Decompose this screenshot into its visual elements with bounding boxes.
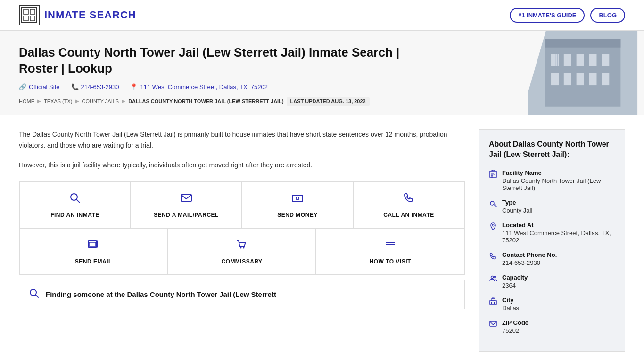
contact-info: 🔗 Official Site 📞 214-653-2930 📍 111 Wes…	[19, 83, 625, 90]
svg-rect-0	[22, 8, 37, 23]
location-value: 111 West Commerce Street, Dallas, TX, 75…	[502, 230, 615, 244]
key-icon	[489, 199, 497, 210]
last-updated-badge: LAST UPDATED AUG. 13, 2022	[287, 97, 370, 106]
svg-rect-51	[490, 301, 496, 304]
breadcrumb-sep-3: ▶	[122, 99, 125, 104]
sidebar-zip: ZIP Code 75202	[489, 319, 615, 334]
actions-top-row: FIND AN INMATE SEND A MAIL/PARCEL	[19, 181, 465, 229]
svg-point-32	[240, 247, 241, 248]
svg-rect-1	[24, 9, 28, 14]
official-site-link[interactable]: 🔗 Official Site	[19, 83, 60, 90]
svg-rect-7	[545, 39, 621, 48]
city-icon	[489, 297, 497, 308]
site-title: INMATE SEARCH	[44, 9, 136, 21]
description-para-2: However, this is a jail facility where t…	[19, 160, 465, 171]
send-money-icon	[291, 192, 304, 207]
send-email-icon	[87, 239, 99, 254]
svg-rect-52	[491, 299, 495, 301]
how-to-visit-label: HOW TO VISIT	[369, 258, 411, 265]
facility-name-label: Facility Name	[502, 169, 615, 176]
action-send-mail[interactable]: SEND A MAIL/PARCEL	[131, 182, 242, 228]
capacity-value: 2364	[502, 282, 528, 289]
action-find-inmate[interactable]: FIND AN INMATE	[19, 182, 131, 228]
breadcrumb-county[interactable]: COUNTY JAILS	[82, 99, 119, 104]
send-mail-label: SEND A MAIL/PARCEL	[154, 212, 219, 218]
svg-rect-54	[491, 302, 492, 304]
send-money-label: SEND MONEY	[277, 212, 318, 218]
breadcrumb-sep-2: ▶	[75, 99, 79, 104]
breadcrumb: HOME ▶ TEXAS (TX) ▶ COUNTY JAILS ▶ DALLA…	[19, 97, 625, 106]
page-hero: Dallas County North Tower Jail (Lew Ster…	[0, 31, 644, 115]
svg-line-22	[77, 199, 80, 203]
svg-rect-41	[494, 173, 495, 174]
find-section-text: Finding someone at the Dallas County Nor…	[46, 290, 276, 298]
commissary-label: COMMISSARY	[221, 258, 262, 265]
svg-rect-40	[491, 173, 493, 174]
main-content: The Dallas County North Tower Jail (Lew …	[0, 115, 644, 362]
phone-info: 📞 214-653-2930	[71, 83, 119, 90]
sidebar-phone: Contact Phone No. 214-653-2930	[489, 251, 615, 266]
zip-value: 75202	[502, 327, 528, 334]
description-para-1: The Dallas County North Tower Jail (Lew …	[19, 129, 465, 152]
action-send-money[interactable]: SEND MONEY	[242, 182, 353, 228]
find-section-icon	[29, 288, 39, 301]
guide-button[interactable]: #1 INMATE'S GUIDE	[510, 8, 585, 23]
page-title: Dallas County North Tower Jail (Lew Ster…	[19, 45, 424, 77]
sidebar-location: Located At 111 West Commerce Street, Dal…	[489, 222, 615, 244]
action-send-email[interactable]: SEND EMAIL	[19, 229, 168, 275]
actions-bottom-row: SEND EMAIL COMMISSARY	[19, 229, 465, 275]
phone-icon: 📞	[71, 83, 79, 90]
svg-rect-9	[564, 54, 571, 66]
svg-rect-24	[292, 195, 303, 202]
send-mail-icon	[180, 192, 192, 207]
svg-point-49	[491, 276, 494, 279]
capacity-label: Capacity	[502, 274, 528, 281]
phone-sidebar-icon	[489, 252, 497, 263]
breadcrumb-sep-1: ▶	[37, 99, 41, 104]
svg-rect-4	[30, 16, 35, 21]
blog-button[interactable]: BLOG	[590, 8, 625, 23]
mail-sidebar-icon	[489, 320, 497, 330]
zip-label: ZIP Code	[502, 319, 528, 326]
type-value: County Jail	[502, 207, 532, 214]
phone-value: 214-653-2930	[502, 259, 557, 266]
svg-rect-12	[602, 54, 609, 66]
find-inmate-label: FIND AN INMATE	[50, 212, 99, 218]
location-label: Located At	[502, 222, 615, 229]
commissary-icon	[236, 239, 248, 254]
phone-label: Contact Phone No.	[502, 251, 557, 258]
svg-point-25	[296, 197, 299, 200]
svg-rect-10	[577, 54, 584, 66]
right-sidebar: About Dallas County North Tower Jail (Le…	[479, 129, 625, 352]
svg-rect-11	[589, 54, 596, 66]
svg-rect-2	[30, 9, 35, 14]
location-icon: 📍	[130, 83, 138, 90]
link-icon: 🔗	[19, 83, 26, 90]
breadcrumb-home[interactable]: HOME	[19, 99, 34, 104]
svg-line-47	[495, 205, 496, 206]
sidebar-capacity: Capacity 2364	[489, 274, 615, 289]
action-commissary[interactable]: COMMISSARY	[168, 229, 316, 275]
svg-point-50	[494, 276, 496, 278]
svg-line-38	[36, 295, 39, 297]
sidebar-city: City Dallas	[489, 296, 615, 312]
sidebar-title: About Dallas County North Tower Jail (Le…	[489, 139, 615, 160]
sidebar-facility-name: Facility Name Dallas County North Tower …	[489, 169, 615, 191]
logo-icon	[19, 5, 40, 25]
sidebar-type: Type County Jail	[489, 199, 615, 214]
action-how-to-visit[interactable]: HOW TO VISIT	[316, 229, 464, 275]
breadcrumb-state[interactable]: TEXAS (TX)	[44, 99, 73, 104]
header-nav: #1 INMATE'S GUIDE BLOG	[510, 8, 625, 23]
call-inmate-icon	[403, 192, 415, 207]
type-label: Type	[502, 199, 532, 206]
find-inmate-icon	[69, 192, 81, 207]
building-icon	[489, 170, 497, 181]
svg-rect-3	[24, 16, 28, 21]
find-section[interactable]: Finding someone at the Dallas County Nor…	[19, 280, 465, 309]
city-label: City	[502, 296, 519, 304]
action-call-inmate[interactable]: CALL AN INMATE	[353, 182, 464, 228]
send-email-label: SEND EMAIL	[75, 258, 112, 265]
how-to-visit-icon	[384, 239, 396, 254]
header: INMATE SEARCH #1 INMATE'S GUIDE BLOG	[0, 0, 644, 31]
svg-point-48	[492, 224, 494, 226]
